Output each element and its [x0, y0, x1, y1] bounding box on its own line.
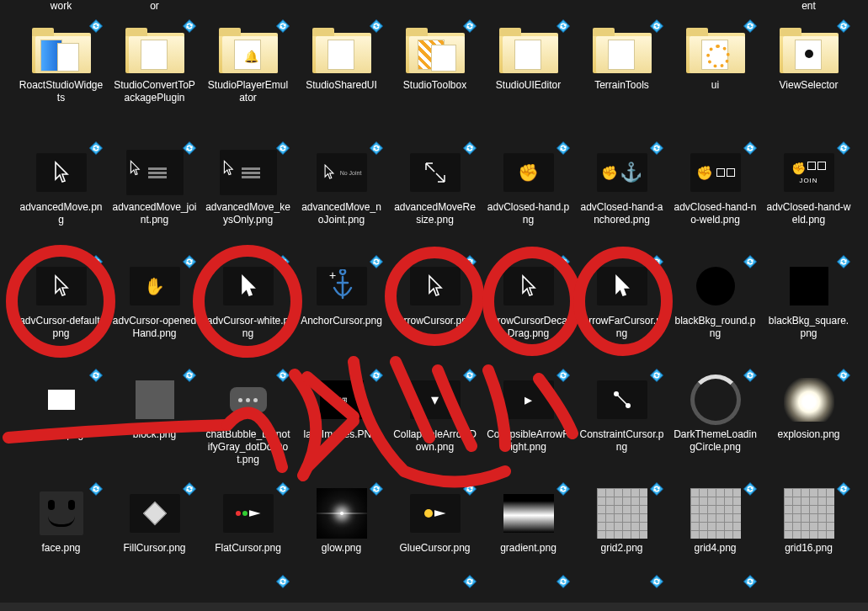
image-thumbnail — [28, 147, 95, 198]
file-item[interactable]: ✊JOINadvClosed-hand-weld.png — [766, 147, 851, 226]
file-item[interactable]: explosion.png — [766, 375, 851, 441]
file-item[interactable]: face.png — [19, 488, 104, 555]
image-thumbnail — [402, 147, 469, 198]
image-thumbnail — [121, 488, 189, 539]
file-item[interactable]: +AnchorCursor.png — [299, 261, 384, 327]
folder-item[interactable]: StudioUIEditor — [486, 25, 571, 92]
file-grid[interactable]: workorentRoactStudioWidgetsStudioConvert… — [0, 0, 868, 611]
file-item[interactable]: ent — [766, 0, 851, 13]
image-thumbnail — [215, 261, 282, 311]
horizontal-scrollbar[interactable] — [0, 603, 868, 611]
file-item[interactable]: or — [112, 0, 197, 13]
image-thumbnail — [775, 488, 843, 539]
file-item[interactable]: advancedMoveResize.png — [392, 147, 477, 226]
image-thumbnail — [588, 375, 656, 425]
file-label: TerrainTools — [579, 79, 664, 92]
image-thumbnail — [121, 147, 189, 198]
file-item[interactable]: work — [19, 0, 104, 13]
file-label: grid16.png — [766, 542, 851, 555]
image-thumbnail — [402, 261, 469, 311]
image-thumbnail: No Joint — [308, 147, 375, 198]
file-label: lassImages.PNG — [299, 428, 384, 441]
file-item[interactable]: grid2.png — [579, 488, 664, 555]
file-item[interactable]: ArrowCursor.png — [392, 261, 477, 327]
file-label: StudioConvertToPackagePlugin — [112, 79, 197, 104]
file-item[interactable]: FlatCursor.png — [205, 488, 290, 555]
file-item[interactable]: FillCursor.png — [112, 488, 197, 555]
file-item[interactable]: advancedMove_keysOnly.png — [205, 147, 290, 226]
file-label: FlatCursor.png — [205, 542, 290, 555]
file-item[interactable]: ✊⚓advClosed-hand-anchored.png — [579, 147, 664, 226]
file-item[interactable]: ▸CollapsibleArrowRight.png — [486, 375, 571, 454]
file-label: DarkThemeLoadingCircle.png — [673, 428, 758, 454]
image-thumbnail — [682, 261, 749, 311]
file-item[interactable]: ⊞⊞lassImages.PNG — [299, 375, 384, 441]
folder-item[interactable]: TerrainTools — [579, 25, 664, 92]
folder-icon — [121, 25, 189, 76]
file-label: Blank.png — [19, 428, 104, 441]
folder-item[interactable]: ui — [673, 25, 758, 92]
file-item[interactable]: GlueCursor.png — [392, 488, 477, 555]
file-item[interactable]: ArrowCursorDecalDrag.png — [486, 261, 571, 340]
file-item[interactable]: Blank.png — [19, 375, 104, 441]
image-thumbnail: ✋ — [121, 261, 189, 311]
file-item[interactable]: advCursor-white.png — [205, 261, 290, 340]
file-item[interactable]: DarkThemeLoadingCircle.png — [673, 375, 758, 454]
folder-item[interactable]: 🔔StudioPlayerEmulator — [205, 25, 290, 104]
file-label: glow.png — [299, 542, 384, 555]
file-item[interactable]: advancedMove.png — [19, 147, 104, 226]
file-label: ArrowCursor.png — [392, 315, 477, 327]
image-thumbnail: ▾ — [402, 375, 469, 425]
file-item[interactable]: gradient.png — [486, 488, 571, 555]
file-item[interactable]: blackBkg_square.png — [766, 261, 851, 340]
file-label: StudioUIEditor — [486, 79, 571, 92]
image-thumbnail — [588, 261, 656, 311]
file-label: advClosed-hand-no-weld.png — [673, 201, 758, 226]
file-item[interactable]: advCursor-default.png — [19, 261, 104, 340]
image-thumbnail: ✊ — [495, 147, 562, 198]
file-label: ui — [673, 79, 758, 92]
file-item[interactable]: grid4.png — [673, 488, 758, 555]
image-thumbnail — [121, 375, 189, 425]
folder-item[interactable]: StudioSharedUI — [299, 25, 384, 92]
file-label: ArrowFarCursor.png — [579, 315, 664, 340]
folder-icon — [495, 25, 562, 76]
image-thumbnail — [495, 261, 562, 311]
file-item[interactable]: block.png — [112, 375, 197, 441]
file-item[interactable]: advancedMove_joint.png — [112, 147, 197, 226]
file-item[interactable]: grid16.png — [766, 488, 851, 555]
file-item[interactable]: blackBkg_round.png — [673, 261, 758, 340]
file-item[interactable]: chatBubble_botnotifyGray_dotDotDot.png — [205, 375, 290, 466]
file-label: advancedMove_keysOnly.png — [205, 201, 290, 226]
file-item[interactable]: ▾CollapsibleArrowDown.png — [392, 375, 477, 454]
image-thumbnail — [28, 488, 95, 539]
file-item[interactable]: ArrowFarCursor.png — [579, 261, 664, 340]
folder-item[interactable]: RoactStudioWidgets — [19, 25, 104, 104]
folder-item[interactable]: ViewSelector — [766, 25, 851, 92]
image-thumbnail — [588, 488, 656, 539]
file-label: CollapsibleArrowRight.png — [486, 428, 571, 454]
file-label: grid4.png — [673, 542, 758, 555]
file-label: face.png — [19, 542, 104, 555]
image-thumbnail — [495, 488, 562, 539]
image-thumbnail — [682, 375, 749, 425]
file-label: advClosed-hand-weld.png — [766, 201, 851, 226]
folder-item[interactable]: StudioConvertToPackagePlugin — [112, 25, 197, 104]
file-label: AnchorCursor.png — [299, 315, 384, 327]
file-label: StudioToolbox — [392, 79, 477, 92]
folder-icon: 🔔 — [215, 25, 282, 76]
file-item[interactable]: ✊advClosed-hand-no-weld.png — [673, 147, 758, 226]
folder-item[interactable]: StudioToolbox — [392, 25, 477, 92]
svg-text:+: + — [329, 269, 336, 282]
file-label: advClosed-hand-anchored.png — [579, 201, 664, 226]
file-item[interactable]: ConstraintCursor.png — [579, 375, 664, 454]
file-label: StudioPlayerEmulator — [205, 79, 290, 104]
file-label: ViewSelector — [766, 79, 851, 92]
file-item[interactable]: No JointadvancedMove_noJoint.png — [299, 147, 384, 226]
svg-line-3 — [616, 394, 628, 406]
file-item[interactable]: glow.png — [299, 488, 384, 555]
file-item[interactable]: ✋advCursor-openedHand.png — [112, 261, 197, 340]
file-item[interactable]: ✊advClosed-hand.png — [486, 147, 571, 226]
image-thumbnail — [402, 488, 469, 539]
folder-icon — [28, 25, 95, 76]
